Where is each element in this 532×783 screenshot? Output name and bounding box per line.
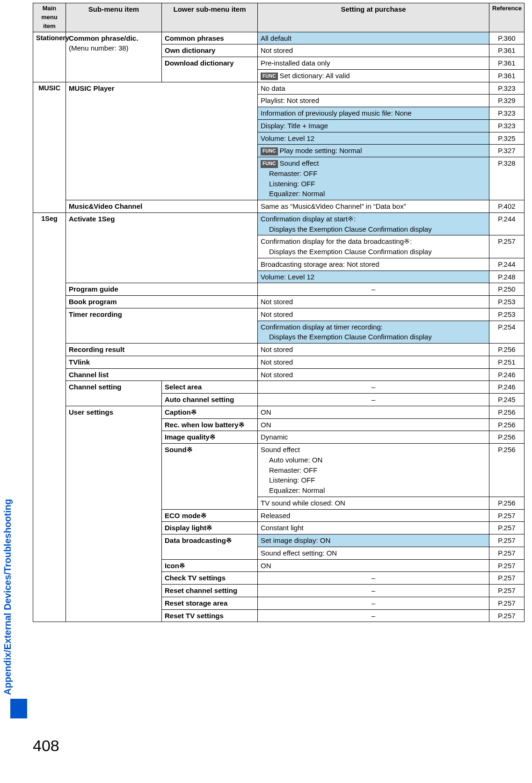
ref: P.257 xyxy=(489,509,525,522)
setting-value: No data xyxy=(258,82,489,95)
sub-channel-setting: Channel setting xyxy=(66,381,162,406)
sub-book-program: Book program xyxy=(66,296,258,308)
setting-value: Volume: Level 12 xyxy=(258,271,489,283)
setting-value: Released xyxy=(258,509,489,522)
ref: P.257 xyxy=(489,597,525,609)
setting-value: – xyxy=(258,609,489,622)
ref: P.257 xyxy=(489,547,525,559)
setting-text: Confirmation display at timer recording: xyxy=(261,323,383,331)
setting-sub: Equalizer: Normal xyxy=(261,485,486,496)
sub-recording-result: Recording result xyxy=(66,344,258,356)
ref: P.256 xyxy=(489,444,525,497)
ref: P.256 xyxy=(489,418,525,431)
sub-activate-1seg: Activate 1Seg xyxy=(66,212,258,283)
main-stationery: Stationery xyxy=(33,32,66,82)
setting-value: Display: Title + Image xyxy=(258,119,489,132)
table-row: Recording result Not stored P.256 xyxy=(33,344,525,356)
sub-tvlink: TVlink xyxy=(66,356,258,368)
ref: P.257 xyxy=(489,559,525,572)
setting-value: Confirmation display at timer recording:… xyxy=(258,321,489,344)
ref: P.248 xyxy=(489,271,525,283)
ref: P.256 xyxy=(489,406,525,418)
settings-table-wrap: Main menu item Sub-menu item Lower sub-m… xyxy=(33,3,524,622)
lower-item: Display light※ xyxy=(162,522,258,534)
ref: P.329 xyxy=(489,95,525,107)
func-badge: FUNC xyxy=(261,160,278,168)
lower-item: Select area xyxy=(162,381,258,394)
ref: P.325 xyxy=(489,132,525,145)
setting-value: FUNCSet dictionary: All valid xyxy=(258,69,489,82)
ref: P.245 xyxy=(489,394,525,406)
setting-value: – xyxy=(258,381,489,394)
lower-item: Icon※ xyxy=(162,559,258,572)
side-section-label: Appendix/External Devices/Troubleshootin… xyxy=(2,499,13,695)
setting-value: Confirmation display at start※: Displays… xyxy=(258,212,489,235)
table-row: Book program Not stored P.253 xyxy=(33,296,525,308)
setting-sub: Displays the Exemption Clause Confirmati… xyxy=(261,332,486,342)
ref: P.246 xyxy=(489,381,525,394)
ref: P.361 xyxy=(489,44,525,57)
setting-sub: Listening: OFF xyxy=(261,475,486,485)
setting-value: ON xyxy=(258,406,489,418)
lower-item-cont xyxy=(162,547,258,559)
ref: P.257 xyxy=(489,609,525,622)
setting-sub: Displays the Exemption Clause Confirmati… xyxy=(261,247,486,257)
setting-sub: Displays the Exemption Clause Confirmati… xyxy=(261,224,486,234)
setting-sub: Auto volume: ON xyxy=(261,455,486,465)
th-lower: Lower sub-menu item xyxy=(162,3,258,32)
setting-value: FUNCSound effect Remaster: OFF Listening… xyxy=(258,157,489,200)
ref: P.253 xyxy=(489,308,525,321)
lower-item: Sound※ xyxy=(162,444,258,497)
lower-item-cont xyxy=(162,69,258,82)
setting-value: Not stored xyxy=(258,308,489,321)
ref: P.257 xyxy=(489,585,525,597)
setting-value: All default xyxy=(258,32,489,44)
th-setting: Setting at purchase xyxy=(258,3,489,32)
main-1seg: 1Seg xyxy=(33,212,66,622)
func-badge: FUNC xyxy=(261,147,278,155)
table-row: Stationery Common phrase/dic. (Menu numb… xyxy=(33,32,525,44)
settings-table: Main menu item Sub-menu item Lower sub-m… xyxy=(33,3,525,622)
sub-mv-channel: Music&Video Channel xyxy=(66,200,258,213)
setting-value: FUNCPlay mode setting: Normal xyxy=(258,145,489,157)
sub-music-player: MUSIC Player xyxy=(66,82,258,200)
ref: P.327 xyxy=(489,145,525,157)
ref: P.244 xyxy=(489,258,525,271)
setting-text: Confirmation display at start※: xyxy=(261,215,356,223)
table-row: Channel setting Select area – P.246 xyxy=(33,381,525,394)
sub-user-settings: User settings xyxy=(66,406,162,622)
lower-item: Data broadcasting※ xyxy=(162,534,258,547)
ref: P.257 xyxy=(489,534,525,547)
setting-value: ON xyxy=(258,418,489,431)
setting-text: Sound effect xyxy=(280,159,319,167)
lower-item: Own dictionary xyxy=(162,44,258,57)
setting-value: Not stored xyxy=(258,356,489,368)
setting-value: Set image display: ON xyxy=(258,534,489,547)
setting-value: Sound effect setting: ON xyxy=(258,547,489,559)
setting-value: Same as “Music&Video Channel” in “Data b… xyxy=(258,200,489,213)
sub-channel-list: Channel list xyxy=(66,368,258,381)
th-ref: Reference xyxy=(489,3,525,32)
setting-value: Sound effect Auto volume: ON Remaster: O… xyxy=(258,444,489,497)
setting-text: Play mode setting: Normal xyxy=(280,146,362,154)
setting-sub: Remaster: OFF xyxy=(261,168,486,179)
setting-value: – xyxy=(258,597,489,609)
lower-item: Reset channel setting xyxy=(162,585,258,597)
setting-text: Set dictionary: All valid xyxy=(280,72,350,80)
ref: P.254 xyxy=(489,321,525,344)
ref: P.328 xyxy=(489,157,525,200)
setting-value: Not stored xyxy=(258,296,489,308)
table-row: Music&Video Channel Same as “Music&Video… xyxy=(33,200,525,213)
lower-item: Check TV settings xyxy=(162,572,258,585)
page-number: 408 xyxy=(33,737,59,755)
side-index-block xyxy=(10,699,27,718)
sub-note: (Menu number: 38) xyxy=(69,43,159,53)
lower-item: Common phrases xyxy=(162,32,258,44)
setting-value: Dynamic xyxy=(258,431,489,444)
ref: P.257 xyxy=(489,572,525,585)
table-header-row: Main menu item Sub-menu item Lower sub-m… xyxy=(33,3,525,32)
ref: P.323 xyxy=(489,107,525,120)
ref: P.251 xyxy=(489,356,525,368)
lower-item: Caption※ xyxy=(162,406,258,418)
ref: P.253 xyxy=(489,296,525,308)
